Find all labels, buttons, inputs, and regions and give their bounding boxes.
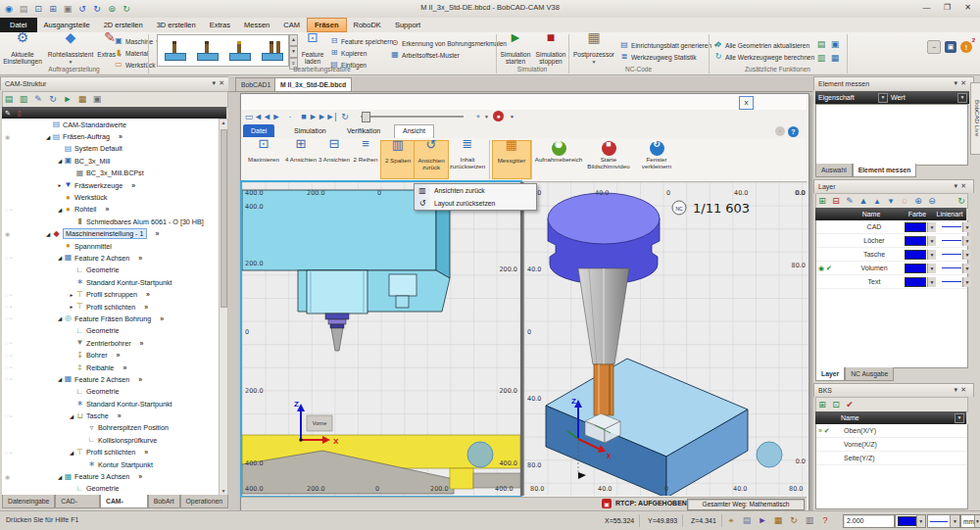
pb-dot-icon[interactable]: · <box>284 111 296 122</box>
column-name[interactable]: Name <box>841 414 859 421</box>
dropdown-caret-icon[interactable]: ▼ <box>962 264 971 273</box>
expander-icon[interactable]: ◢ <box>56 474 64 480</box>
tree-row[interactable]: ∟Geometrie <box>2 265 219 276</box>
menu-item-views-back[interactable]: ▥Ansichten zurück <box>415 184 536 197</box>
calc-view-icon[interactable]: ▦ <box>829 52 841 64</box>
tree-row[interactable]: ◌ ▫‡Reibahle» <box>2 361 219 373</box>
four-views-button[interactable]: ⊞4 Ansichten <box>284 140 318 177</box>
expander-icon[interactable]: ◢ <box>56 255 64 261</box>
browser-icon[interactable]: ⊚ <box>106 3 118 15</box>
tree-row[interactable]: ◌ ▫◢▦Feature 2 Achsen» <box>2 252 219 264</box>
edit-layer-icon[interactable]: ✎ <box>844 195 856 207</box>
layer-row[interactable]: CAD▼▼ <box>816 220 967 234</box>
feature-gallery-item[interactable] <box>163 39 186 63</box>
tab-messen[interactable]: Messen <box>237 18 276 32</box>
jump-marker[interactable]: » <box>144 304 148 311</box>
new-window-icon[interactable]: ▤ <box>18 3 29 15</box>
jump-marker[interactable]: » <box>131 182 135 189</box>
bks-row[interactable]: » ✔Oben(X/Y) <box>816 424 967 438</box>
visibility-icon[interactable]: ◌ ▫ <box>2 315 30 321</box>
update-geometry-button[interactable]: ❖Alle Geometrien aktualisieren <box>713 39 809 51</box>
tab-support[interactable]: Support <box>388 18 427 32</box>
move-down-icon[interactable]: ▾ <box>885 195 897 207</box>
color-dropdown[interactable]: ▼ <box>895 514 926 528</box>
save-all-icon[interactable]: ⊞ <box>47 3 59 15</box>
close-button[interactable]: ✕ <box>957 1 978 14</box>
dropdown-caret-icon[interactable]: ▼ <box>962 277 971 287</box>
jump-marker[interactable]: » <box>146 291 150 298</box>
tab-extras[interactable]: Extras <box>203 18 237 32</box>
panel-tab-bobart[interactable]: BobArt <box>148 495 180 508</box>
tree-row[interactable]: ◉◢▦Feature 3 Achsen» <box>2 470 219 482</box>
document-tab-active[interactable]: M II_3x_Std-DE.bbcd <box>274 77 352 91</box>
visible-icon[interactable]: ◉ ✔ <box>816 265 844 272</box>
update-geo-icon[interactable]: ▤ <box>815 38 827 50</box>
expander-icon[interactable]: ◢ <box>68 413 75 419</box>
verify-icon[interactable]: ► <box>62 94 74 106</box>
tree-row[interactable]: ◢▣BC_3x_Mill <box>2 155 219 167</box>
hide-layer-icon[interactable]: ◌ <box>899 195 910 207</box>
panel-tab-operationen[interactable]: Operationen <box>180 495 228 508</box>
sb-measure-icon[interactable]: ⌖ <box>725 514 737 526</box>
minimize-button[interactable]: — <box>916 1 937 14</box>
tab-cam[interactable]: CAM <box>276 18 307 32</box>
compute-toolpaths-button[interactable]: ↻Alle Werkzeugwege berechnen <box>713 51 814 63</box>
dropdown-caret-icon[interactable]: ▼ <box>927 236 936 246</box>
update-view-icon[interactable]: ▣ <box>829 38 841 50</box>
column-farbe[interactable]: Farbe <box>902 211 933 217</box>
notifications-bell-icon[interactable]: !2 <box>960 41 972 53</box>
layer-color-swatch[interactable] <box>905 222 926 232</box>
capture-area-button[interactable]: ◉Aufnahmebereich <box>533 140 584 177</box>
measure-tab-element-messen[interactable]: Element messen <box>853 164 917 177</box>
pb-ffwd-icon[interactable]: ►► <box>312 111 323 122</box>
two-columns-button[interactable]: ▥2 Spalten <box>380 140 416 179</box>
jump-marker[interactable]: » <box>119 133 122 140</box>
tree-row[interactable]: ∟Geometrie <box>2 325 219 337</box>
save-job-icon[interactable]: ▥ <box>18 94 29 106</box>
dropdown-caret-icon[interactable]: ▼ <box>962 236 971 246</box>
layer-row[interactable]: Tasche▼▼ <box>816 248 967 262</box>
visibility-icon[interactable]: ◉ <box>2 473 30 480</box>
panel-tab-cam-struktur[interactable]: CAM-Struktur <box>100 495 148 508</box>
jump-marker[interactable]: » <box>117 352 121 359</box>
visibility-icon[interactable]: ◌ ▫ <box>2 255 30 261</box>
tree-row[interactable]: ◌ ▫▸⊤Profil schlichten» <box>2 301 219 313</box>
refresh-icon[interactable]: ↻ <box>121 3 132 15</box>
tree-row[interactable]: ∗Standard Kontur-Startpunkt <box>2 276 219 288</box>
tree-row[interactable]: ▤System Default <box>2 143 219 155</box>
scroll-up-icon[interactable]: ▲ <box>220 120 227 127</box>
visibility-icon[interactable]: ◉ <box>2 230 30 237</box>
tree-row[interactable]: ◌ ▫↧Bohrer» <box>2 349 219 361</box>
filter-icon[interactable]: ▼ <box>878 93 888 103</box>
pb-end-icon[interactable]: ►| <box>325 111 337 122</box>
screen-video-button[interactable]: ■Starte Bildschirmvideo <box>584 140 633 177</box>
bobcad-live-tab[interactable]: BobCAD Live <box>970 82 980 155</box>
expander-icon[interactable]: ◢ <box>56 158 64 164</box>
feedback-icon[interactable]: ▣ <box>945 41 956 53</box>
tree-row[interactable]: ▤CAM-Standardwerte <box>2 119 219 130</box>
feature-gallery-item[interactable] <box>227 39 251 63</box>
jump-marker[interactable]: » <box>156 230 160 237</box>
visibility-icon[interactable]: ◌ ▫ <box>2 340 30 346</box>
feature-save-button[interactable]: ⊟Feature speichern <box>329 35 393 47</box>
bks-row[interactable]: Vorne(X/Z) <box>816 438 967 452</box>
feature-gallery[interactable] <box>157 34 289 67</box>
tree-row[interactable]: ∟Kollisionsprüfkurve <box>2 434 219 446</box>
tree-row[interactable]: ◌ ▫◢▦Feature 2 Achsen» <box>2 373 219 385</box>
tree-row[interactable]: ◌ ▫▸⊤Profil schruppen» <box>2 288 219 300</box>
move-top-icon[interactable]: ▲ <box>858 195 869 207</box>
set-bks-icon[interactable]: ✔ <box>844 399 856 410</box>
dropdown-caret-icon[interactable]: ▼ <box>927 250 936 260</box>
copy-button[interactable]: ⊞Kopieren <box>329 47 367 59</box>
move-up-icon[interactable]: ▴ <box>871 195 883 207</box>
playback-slider-track[interactable] <box>361 116 464 118</box>
assign-layer-icon[interactable]: ⊕ <box>912 195 924 207</box>
expander-icon[interactable]: ◢ <box>56 207 64 213</box>
document-tab[interactable]: BobCAD1 <box>235 77 276 91</box>
jump-marker[interactable]: » <box>138 255 142 262</box>
copy-bks-icon[interactable]: ⊡ <box>830 399 842 410</box>
visibility-icon[interactable]: ◌ ▫ <box>2 353 30 359</box>
tree-row[interactable]: ◉◢◆Maschineneinstellung - 1» <box>2 228 219 240</box>
column-name[interactable]: Name <box>841 211 902 217</box>
feature-gallery-item[interactable] <box>195 39 219 63</box>
